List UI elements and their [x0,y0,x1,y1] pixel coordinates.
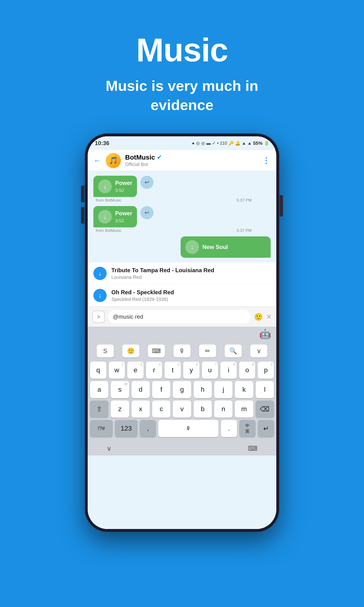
download-button-2[interactable]: ↓ [98,210,112,224]
sticker-preview: 🤖 [259,328,272,341]
key-y[interactable]: y6 [183,362,199,379]
msg-time-2: 5:37 PM [237,228,271,233]
volume-down-button [81,207,84,224]
inline-result-icon-1: ↓ [93,267,107,280]
phone-inner: 10:36 ● ◎ ◎ ▬ ✓ • 210 🔑 🔔 ▲ ▲ 55% [88,136,276,529]
emoji-button[interactable]: 🙂 [254,313,263,321]
key-space[interactable]: 🎙 [158,420,219,437]
more-button[interactable]: ⋮ [262,156,271,165]
volume-up-button [81,186,84,202]
key-lang[interactable]: 中英 [239,420,256,437]
share-button-1[interactable]: ↩ [140,176,154,189]
status-icon-key: 🔑 [228,141,234,146]
clipboard-tool-button[interactable]: ✏ [199,344,216,357]
keyboard-tool-button[interactable]: ⌨ [148,344,165,357]
keyboard-row-3: ⇧ z x c v b n m ⌫ [88,400,276,418]
key-z[interactable]: z [111,400,129,418]
nav-arrow-down[interactable]: ∨ [107,445,112,452]
inline-result-title-2: Oh Red - Speckled Red [111,289,174,296]
msg-title-3: New Soul [202,244,228,251]
chat-area: ↓ Power 3:52 ↩ from BotMusic [88,171,276,263]
key-i[interactable]: i8 [221,362,237,379]
emoji-tool-button[interactable]: 🙂 [122,344,139,357]
key-123[interactable]: 123 [115,420,137,437]
key-comma-lang[interactable]: ， [140,420,156,437]
key-period[interactable]: . [221,420,237,437]
inline-result-1[interactable]: ↓ Tribute To Tampa Red - Louisiana Red L… [88,263,276,285]
status-icon-wifi: ▲ [242,141,246,146]
msg-duration-1: 3:52 [115,188,132,193]
key-p[interactable]: p0 [258,362,274,379]
key-l[interactable]: l [256,381,274,398]
key-w[interactable]: w2 [109,362,125,379]
key-m[interactable]: m [235,400,253,418]
nav-hint: ∨ ⌨ [88,441,276,455]
bot-avatar: 🎵 [106,153,121,168]
inline-result-info-2: Oh Red - Speckled Red Speckled Red (1929… [111,289,174,302]
status-bar: 10:36 ● ◎ ◎ ▬ ✓ • 210 🔑 🔔 ▲ ▲ 55% [88,136,276,150]
keyboard-toolbar: S 🙂 ⌨ 🎙 ✏ 🔍 ∨ [88,342,276,360]
share-button-2[interactable]: ↩ [140,206,154,219]
key-o[interactable]: o9 [239,362,256,379]
key-j[interactable]: j [214,381,233,398]
key-k[interactable]: k [235,381,253,398]
input-area: > @music red 🙂 ✕ [88,307,276,327]
key-v[interactable]: v [173,400,191,418]
download-button-3[interactable]: ↓ [185,240,199,254]
inline-result-info-1: Tribute To Tampa Red - Louisiana Red Lou… [111,267,214,280]
nav-keyboard-icon[interactable]: ⌨ [248,445,257,452]
status-battery: 55% [253,141,262,146]
key-a[interactable]: a [90,381,108,398]
key-backspace[interactable]: ⌫ [256,400,274,418]
key-n[interactable]: n [214,400,233,418]
key-s[interactable]: s@ [111,381,129,398]
key-r[interactable]: r4 [146,362,162,379]
bot-name: BotMusic ✔ [125,154,258,161]
status-icon-dot: • [217,141,219,146]
back-button[interactable]: ← [93,156,102,165]
keyboard-row-1: q w2 e3 r4 t5 y6 u7 i8 o9 p0 [88,362,276,379]
key-e[interactable]: e3 [127,362,143,379]
message-bubble-3[interactable]: ↓ New Soul [181,237,271,258]
key-q[interactable]: q [90,362,106,379]
key-shift[interactable]: ⇧ [90,400,108,418]
message-bubble-2[interactable]: ↓ Power 3:52 [93,206,137,227]
message-row-3: ↓ New Soul [93,237,271,258]
key-u[interactable]: u7 [202,362,218,379]
close-button[interactable]: ✕ [266,313,272,321]
power-button [280,195,283,216]
search-tool-button[interactable]: 🔍 [225,344,242,357]
keyboard-row-2: a s@ d f g h j k l [88,381,276,398]
chevron-tool-button[interactable]: ∨ [250,344,267,357]
key-g[interactable]: g [173,381,191,398]
inline-result-2[interactable]: ↓ Oh Red - Speckled Red Speckled Red (19… [88,285,276,307]
status-icon-data: ▲ [247,141,252,146]
key-b[interactable]: b [194,400,212,418]
key-h[interactable]: h [194,381,212,398]
key-c[interactable]: c [152,400,170,418]
screen: 10:36 ● ◎ ◎ ▬ ✓ • 210 🔑 🔔 ▲ ▲ 55% [88,136,276,529]
phone-outer: 10:36 ● ◎ ◎ ▬ ✓ • 210 🔑 🔔 ▲ ▲ 55% [85,133,279,532]
key-enter[interactable]: ↵ [258,420,274,437]
message-row-1: ↓ Power 3:52 ↩ from BotMusic [93,176,271,203]
key-symbol[interactable]: !?# [90,420,113,437]
verified-icon: ✔ [157,154,162,161]
bot-subtitle: Official Bot [125,162,258,167]
command-button[interactable]: > [92,311,105,323]
swiftkey-button[interactable]: S [97,344,114,357]
battery-icon: 🔋 [264,141,269,146]
input-text: @music red [113,314,246,320]
status-icon-sim: ▬ [207,141,211,146]
message-bubble-1[interactable]: ↓ Power 3:52 [93,176,137,197]
bot-info: BotMusic ✔ Official Bot [125,154,258,167]
download-button-1[interactable]: ↓ [98,180,112,193]
input-field[interactable]: @music red [108,310,251,323]
key-f[interactable]: f [152,381,170,398]
mic-tool-button[interactable]: 🎙 [173,344,191,357]
inline-results: ↓ Tribute To Tampa Red - Louisiana Red L… [88,263,276,307]
key-x[interactable]: x [131,400,150,418]
key-t[interactable]: t5 [165,362,181,379]
msg-duration-2: 3:52 [115,218,132,223]
msg-time-1: 5:37 PM [237,198,271,203]
key-d[interactable]: d [131,381,150,398]
